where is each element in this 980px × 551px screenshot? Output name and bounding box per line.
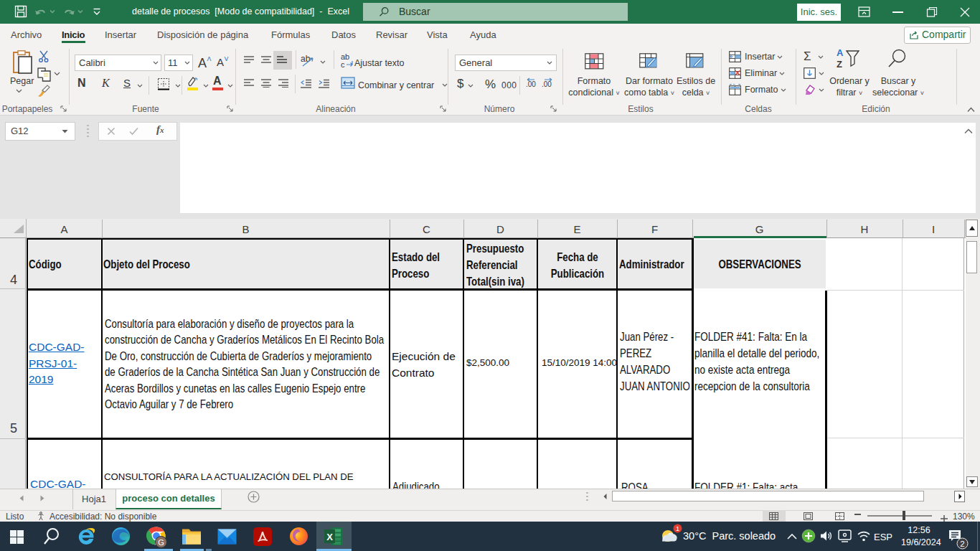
- svg-text:2: 2: [960, 540, 964, 548]
- svg-text:1: 1: [676, 525, 679, 532]
- svg-text:.00: .00: [526, 80, 536, 88]
- svg-text:X: X: [326, 532, 333, 542]
- svg-text:ab: ab: [301, 54, 311, 64]
- svg-text:.00: .00: [542, 80, 552, 88]
- svg-text:c: c: [341, 60, 345, 69]
- svg-text:G: G: [158, 538, 164, 547]
